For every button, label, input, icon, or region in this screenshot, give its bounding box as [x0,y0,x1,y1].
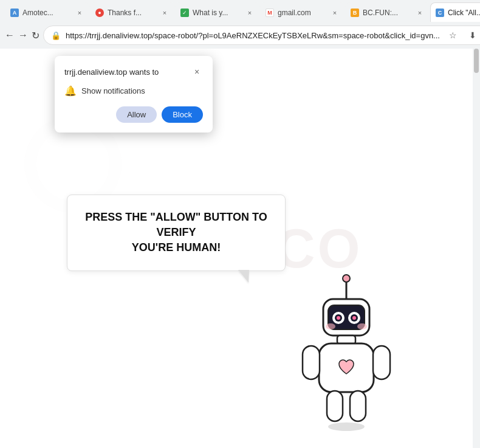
popup-header: trrjj.denaliview.top wants to × [64,66,203,78]
bookmark-button[interactable]: ☆ [445,27,462,44]
back-button[interactable]: ← [5,26,15,45]
bell-icon: 🔔 [64,85,77,97]
tabs-bar: A Amotec... × ● Thanks f... × ✓ What is … [0,0,480,22]
tab-click[interactable]: C Click "All... × [430,2,480,22]
svg-rect-18 [327,391,343,421]
svg-rect-19 [350,391,366,421]
svg-point-10 [337,316,340,320]
address-bar[interactable]: 🔒 https://trrjj.denaliview.top/space-rob… [43,26,480,45]
tab-bc-close[interactable]: × [415,8,425,18]
browser-window: A Amotec... × ● Thanks f... × ✓ What is … [0,0,480,448]
speech-bubble-text: PRESS THE "ALLOW" BUTTON TO VERIFYYOU'RE… [84,210,268,256]
tab-amotec[interactable]: A Amotec... × [5,2,90,22]
allow-button[interactable]: Allow [116,106,157,123]
svg-point-11 [352,316,356,320]
popup-buttons: Allow Block [64,106,203,123]
tab-thanks-label: Thanks f... [108,9,156,17]
speech-bubble-arrow [239,271,249,283]
tab-bc-label: BC.FUN:... [363,9,411,17]
robot-illustration [286,272,407,430]
tab-gmail[interactable]: M gmail.com × [260,2,345,22]
lock-icon: 🔒 [51,30,61,40]
tab-amotec-label: Amotec... [22,9,71,17]
page-content: RISK.CO trrjj.denaliview.top wants to × … [0,49,480,448]
block-button[interactable]: Block [162,106,203,123]
download-button[interactable]: ⬇ [464,27,480,44]
favicon-what: ✓ [180,9,189,17]
tab-thanks-close[interactable]: × [160,8,170,18]
tab-gmail-label: gmail.com [278,9,326,17]
tab-bc[interactable]: B BC.FUN:... × [345,2,430,22]
scrollbar-thumb[interactable] [474,49,479,73]
permission-label: Show notifications [81,86,145,95]
popup-close-button[interactable]: × [191,66,203,78]
popup-permission-row: 🔔 Show notifications [64,85,203,97]
forward-button[interactable]: → [18,26,28,45]
svg-point-3 [343,275,350,282]
favicon-amotec: A [10,9,19,17]
address-bar-actions: ☆ ⬇ 👤 [445,27,480,44]
tab-gmail-close[interactable]: × [330,8,340,18]
svg-point-12 [326,323,335,329]
reload-button[interactable]: ↻ [32,26,39,45]
tab-amotec-close[interactable]: × [75,8,84,18]
speech-bubble: PRESS THE "ALLOW" BUTTON TO VERIFYYOU'RE… [67,195,286,271]
tab-click-label: Click "All... [448,9,480,17]
popup-title: trrjj.denaliview.top wants to [64,67,159,77]
tab-thanks[interactable]: ● Thanks f... × [90,2,175,22]
tab-what[interactable]: ✓ What is y... × [175,2,260,22]
favicon-gmail: M [266,9,274,17]
favicon-thanks: ● [95,9,104,17]
svg-rect-16 [303,346,320,379]
svg-rect-17 [373,346,390,379]
address-bar-row: ← → ↻ 🔒 https://trrjj.denaliview.top/spa… [0,22,480,49]
svg-point-20 [328,422,365,431]
address-text: https://trrjj.denaliview.top/space-robot… [66,31,440,40]
tab-what-label: What is y... [193,9,241,17]
favicon-click: C [436,9,444,17]
notification-popup: trrjj.denaliview.top wants to × 🔔 Show n… [55,56,213,133]
svg-point-13 [357,323,367,329]
scrollbar[interactable] [473,49,480,448]
favicon-bc: B [351,9,359,17]
speech-bubble-wrap: PRESS THE "ALLOW" BUTTON TO VERIFYYOU'RE… [67,195,286,271]
tab-what-close[interactable]: × [245,8,255,18]
